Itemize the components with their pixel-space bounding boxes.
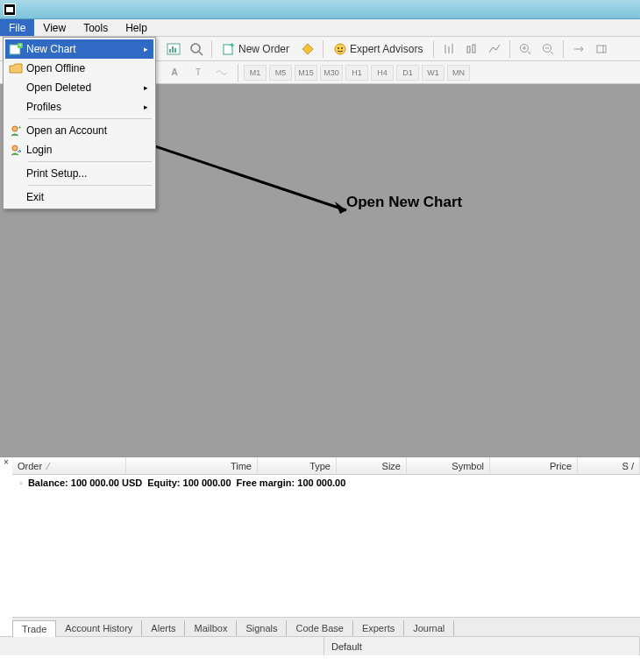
tab-journal[interactable]: Journal — [404, 620, 454, 636]
svg-point-31 — [12, 145, 18, 151]
toolbar-chart-icon[interactable] — [163, 39, 184, 59]
menu-separator — [28, 118, 152, 119]
menu-help[interactable]: Help — [117, 19, 156, 36]
status-bar: Default — [0, 636, 640, 655]
toolbar-candle-icon[interactable] — [461, 39, 482, 59]
status-profile: Default — [324, 637, 640, 655]
menu-separator — [28, 185, 152, 186]
timeframe-m15[interactable]: M15 — [295, 65, 317, 81]
toolbar-zoom-in-icon[interactable] — [515, 39, 536, 59]
terminal-tabs: Trade Account History Alerts Mailbox Sig… — [12, 617, 640, 636]
expert-advisors-button[interactable]: Expert Advisors — [328, 39, 429, 59]
menu-open-offline[interactable]: Open Offline — [5, 59, 153, 78]
col-time[interactable]: Time — [126, 457, 258, 474]
new-order-button[interactable]: + New Order — [217, 39, 295, 59]
col-sl[interactable]: S / — [578, 457, 640, 474]
menu-item-label: Open Offline — [26, 62, 85, 74]
toolbar-separator — [323, 40, 324, 58]
svg-text:+: + — [18, 43, 22, 48]
menu-item-label: Open Deleted — [26, 81, 91, 94]
toolbar-separator — [509, 40, 510, 58]
draw-text-icon[interactable]: A — [164, 63, 185, 82]
timeframe-h1[interactable]: H1 — [345, 65, 368, 81]
svg-rect-1 — [169, 49, 171, 53]
menu-item-label: Login — [26, 144, 52, 156]
menu-print-setup[interactable]: Print Setup... — [5, 164, 153, 183]
tab-signals[interactable]: Signals — [237, 620, 287, 636]
toolbar-separator — [211, 40, 212, 58]
timeframe-m5[interactable]: M5 — [269, 65, 292, 81]
file-menu-dropdown: + New Chart ▸ Open Offline Open Deleted … — [3, 37, 156, 209]
svg-text:+: + — [18, 124, 22, 131]
menu-open-deleted[interactable]: Open Deleted ▸ — [5, 78, 153, 97]
draw-label-icon[interactable]: T — [188, 63, 209, 82]
folder-icon — [5, 63, 26, 74]
menu-login[interactable]: Login — [5, 140, 153, 159]
terminal-grid: ◦ Balance: 100 000.00 USD Equity: 100 00… — [12, 475, 640, 617]
col-size[interactable]: Size — [337, 457, 407, 474]
tab-trade[interactable]: Trade — [12, 620, 56, 637]
svg-line-5 — [199, 52, 203, 55]
toolbar-zoom-out-icon[interactable] — [537, 39, 558, 59]
svg-rect-2 — [172, 46, 174, 53]
new-chart-icon: + — [5, 43, 26, 55]
svg-rect-3 — [174, 48, 176, 53]
svg-rect-15 — [467, 46, 470, 53]
tab-account-history[interactable]: Account History — [56, 620, 142, 636]
toolbar-zoom-icon[interactable] — [186, 39, 207, 59]
menu-view[interactable]: View — [34, 19, 75, 36]
submenu-arrow-icon: ▸ — [144, 83, 148, 92]
menu-profiles[interactable]: Profiles ▸ — [5, 97, 153, 117]
menu-exit[interactable]: Exit — [5, 187, 153, 207]
user-login-icon — [5, 144, 26, 156]
timeframe-w1[interactable]: W1 — [422, 65, 444, 81]
terminal-close-button[interactable]: × — [2, 457, 11, 467]
toolbar-separator — [563, 40, 564, 58]
svg-rect-16 — [473, 45, 475, 53]
col-price[interactable]: Price — [490, 457, 578, 474]
terminal-panel: × Terminal Order ∕ Time Type Size Symbol… — [0, 456, 640, 636]
annotation-text: Open New Chart — [346, 194, 462, 211]
toolbar-scroll-icon[interactable] — [568, 39, 589, 59]
menu-tools[interactable]: Tools — [75, 19, 117, 36]
menu-new-chart[interactable]: + New Chart ▸ — [5, 39, 153, 59]
tab-mailbox[interactable]: Mailbox — [185, 620, 237, 636]
toolbar-separator — [238, 64, 238, 81]
timeframe-m1[interactable]: M1 — [244, 65, 267, 81]
tab-experts[interactable]: Experts — [353, 620, 404, 636]
balance-summary-row[interactable]: ◦ Balance: 100 000.00 USD Equity: 100 00… — [12, 475, 640, 491]
timeframe-m30[interactable]: M30 — [320, 65, 343, 81]
new-order-icon: + — [223, 43, 235, 55]
col-order[interactable]: Order ∕ — [12, 457, 126, 474]
tab-alerts[interactable]: Alerts — [142, 620, 185, 636]
menu-item-label: Profiles — [26, 101, 61, 113]
menu-item-label: New Chart — [26, 43, 76, 55]
user-add-icon: + — [5, 124, 26, 137]
timeframe-mn[interactable]: MN — [447, 65, 470, 81]
timeframe-d1[interactable]: D1 — [396, 65, 419, 81]
col-symbol[interactable]: Symbol — [407, 457, 490, 474]
tab-code-base[interactable]: Code Base — [287, 620, 352, 636]
submenu-arrow-icon: ▸ — [144, 103, 148, 111]
menu-item-label: Open an Account — [26, 124, 107, 137]
menu-item-label: Exit — [26, 191, 44, 203]
col-type[interactable]: Type — [258, 457, 337, 474]
toolbar-separator — [433, 40, 434, 58]
toolbar-line-icon[interactable] — [484, 39, 505, 59]
toolbar-shift-icon[interactable] — [591, 39, 612, 59]
toolbar-diamond-icon[interactable] — [297, 39, 318, 59]
draw-wave-icon[interactable] — [211, 63, 232, 82]
app-icon — [4, 4, 16, 16]
expert-advisors-icon — [334, 43, 346, 55]
svg-text:+: + — [230, 43, 234, 50]
svg-marker-8 — [302, 44, 313, 54]
title-bar — [0, 0, 640, 19]
terminal-columns: Order ∕ Time Type Size Symbol Price S / — [12, 457, 640, 475]
toolbar-bar-chart-icon[interactable] — [438, 39, 459, 59]
timeframe-h4[interactable]: H4 — [371, 65, 394, 81]
menu-open-account[interactable]: + Open an Account — [5, 121, 153, 140]
new-order-label: New Order — [238, 43, 289, 55]
menu-file[interactable]: File — [0, 19, 34, 36]
svg-marker-33 — [335, 202, 346, 214]
menu-item-label: Print Setup... — [26, 167, 87, 180]
